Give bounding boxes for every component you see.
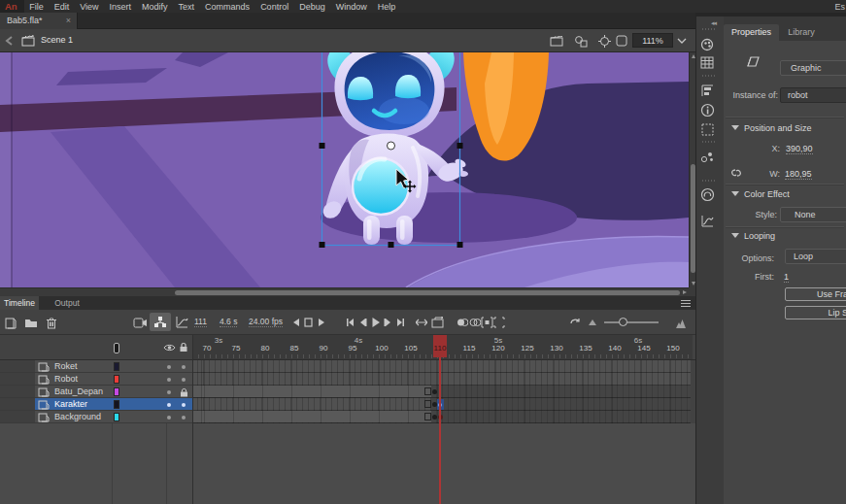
tab-output[interactable]: Output bbox=[49, 296, 85, 310]
loop-range-icon[interactable] bbox=[304, 318, 313, 327]
link-dimensions-icon[interactable] bbox=[729, 166, 744, 180]
transform-icon[interactable] bbox=[700, 122, 715, 137]
lip-sync-button[interactable]: Lip S bbox=[785, 306, 846, 319]
outline-color-header-icon[interactable] bbox=[114, 343, 119, 353]
layer-visible-dot[interactable] bbox=[167, 403, 171, 407]
color-palette-icon[interactable] bbox=[700, 37, 715, 51]
layer-outline-swatch[interactable] bbox=[114, 387, 119, 396]
camera-icon[interactable] bbox=[133, 318, 148, 328]
collapse-dock-icon[interactable]: ◂◂ bbox=[711, 19, 716, 27]
layer-row-robot[interactable]: Robot bbox=[0, 373, 192, 386]
workspace-switcher[interactable]: Es bbox=[834, 2, 845, 12]
menu-debug[interactable]: Debug bbox=[294, 2, 331, 12]
panel-menu-icon[interactable] bbox=[681, 300, 691, 307]
elapsed-time-value[interactable]: 4.6 s bbox=[220, 317, 237, 327]
loop-frames-icon[interactable] bbox=[431, 317, 444, 328]
layer-row-roket[interactable]: Roket bbox=[0, 360, 192, 373]
frame-rate-value[interactable]: 24.00 fps bbox=[249, 317, 283, 327]
menu-help[interactable]: Help bbox=[372, 2, 401, 12]
step-forward-icon[interactable] bbox=[318, 318, 325, 327]
tab-properties[interactable]: Properties bbox=[724, 24, 779, 41]
w-value[interactable]: 180,95 bbox=[785, 169, 812, 180]
lock-header-icon[interactable] bbox=[179, 342, 188, 353]
layer-row-background[interactable]: Background bbox=[0, 411, 192, 423]
zoom-chevron-icon[interactable] bbox=[677, 38, 687, 44]
stage-canvas[interactable] bbox=[0, 52, 689, 287]
close-tab-icon[interactable]: × bbox=[66, 13, 71, 28]
edit-scene-icon[interactable] bbox=[550, 35, 564, 47]
layer-visible-dot[interactable] bbox=[167, 365, 171, 369]
symbol-type-dropdown[interactable]: Graphic bbox=[780, 60, 846, 76]
menu-control[interactable]: Control bbox=[255, 2, 294, 12]
stage-vertical-scrollbar[interactable] bbox=[689, 52, 695, 287]
use-frame-picker-button[interactable]: Use Fra bbox=[785, 287, 846, 301]
back-arrow-icon[interactable] bbox=[4, 36, 15, 46]
layer-lock-icon[interactable] bbox=[180, 387, 188, 397]
menu-commands[interactable]: Commands bbox=[200, 2, 255, 12]
new-layer-icon[interactable] bbox=[4, 317, 17, 329]
layer-outline-swatch[interactable] bbox=[114, 413, 119, 421]
modify-markers-icon[interactable] bbox=[493, 317, 505, 328]
snap-dots-icon[interactable] bbox=[700, 149, 715, 164]
go-last-icon[interactable] bbox=[396, 318, 405, 327]
timeline-ruler[interactable]: 3s4s5s6s 7075808590951001051101151201251… bbox=[0, 335, 695, 360]
eye-header-icon[interactable] bbox=[163, 343, 176, 353]
info-icon[interactable] bbox=[700, 103, 715, 118]
scroll-right-icon[interactable] bbox=[683, 290, 687, 294]
menu-text[interactable]: Text bbox=[173, 2, 200, 12]
clip-content-icon[interactable] bbox=[616, 35, 627, 47]
move-markers-icon[interactable] bbox=[416, 318, 427, 327]
delete-layer-icon[interactable] bbox=[46, 317, 57, 329]
reset-zoom-icon[interactable] bbox=[569, 317, 581, 328]
new-folder-icon[interactable] bbox=[24, 318, 38, 328]
parent-layers-icon[interactable] bbox=[153, 316, 167, 328]
timeline-zoom-knob[interactable] bbox=[619, 318, 627, 326]
menu-edit[interactable]: Edit bbox=[49, 2, 75, 12]
first-value[interactable]: 1 bbox=[784, 272, 789, 283]
menu-insert[interactable]: Insert bbox=[104, 2, 137, 12]
tab-timeline[interactable]: Timeline bbox=[0, 296, 39, 310]
creative-cloud-icon[interactable] bbox=[700, 187, 715, 202]
scroll-up-icon[interactable] bbox=[692, 54, 695, 58]
keyframe-dot[interactable] bbox=[432, 415, 437, 420]
section-looping[interactable]: Looping bbox=[744, 231, 775, 241]
layer-lock-dot[interactable] bbox=[182, 416, 186, 420]
zoom-level[interactable]: 111% bbox=[632, 33, 673, 48]
layer-row-batu_depan[interactable]: Batu_Depan bbox=[0, 386, 192, 398]
edit-symbols-icon[interactable] bbox=[574, 35, 589, 48]
zoom-in-tl-icon[interactable] bbox=[672, 317, 687, 328]
hscroll-thumb[interactable] bbox=[175, 290, 680, 295]
instance-name-input[interactable]: robot bbox=[780, 87, 846, 103]
style-dropdown[interactable]: None bbox=[780, 207, 846, 222]
onion-skin-icon[interactable] bbox=[457, 318, 468, 327]
stage-horizontal-scrollbar[interactable] bbox=[0, 287, 689, 296]
graph-editor-icon[interactable] bbox=[175, 316, 188, 328]
scene-breadcrumb[interactable]: Scene 1 bbox=[41, 35, 73, 45]
layer-lock-dot[interactable] bbox=[182, 365, 186, 369]
motion-graph-icon[interactable] bbox=[700, 214, 715, 228]
go-first-icon[interactable] bbox=[346, 318, 355, 327]
collapse-triangle-icon[interactable] bbox=[731, 125, 739, 130]
loop-options-dropdown[interactable]: Loop bbox=[785, 249, 846, 264]
collapse-triangle-icon[interactable] bbox=[731, 191, 739, 196]
step-prev-icon[interactable] bbox=[358, 318, 367, 327]
keyframe-dot[interactable] bbox=[432, 389, 437, 394]
menu-modify[interactable]: Modify bbox=[137, 2, 174, 12]
tab-library[interactable]: Library bbox=[782, 24, 821, 41]
step-next-icon[interactable] bbox=[384, 318, 392, 327]
playhead-line[interactable] bbox=[439, 357, 441, 504]
document-tab[interactable]: Bab5.fla* × bbox=[0, 13, 78, 29]
section-position-size[interactable]: Position and Size bbox=[744, 123, 812, 133]
edit-multiple-frames-icon[interactable] bbox=[481, 317, 493, 328]
layer-visible-dot[interactable] bbox=[167, 390, 171, 394]
layer-outline-swatch[interactable] bbox=[114, 362, 119, 371]
center-frame-icon[interactable] bbox=[598, 35, 611, 48]
zoom-out-tl-icon[interactable] bbox=[589, 319, 596, 325]
current-frame-value[interactable]: 111 bbox=[194, 317, 207, 327]
step-back-icon[interactable] bbox=[292, 318, 300, 327]
layer-lock-dot[interactable] bbox=[182, 403, 186, 407]
layer-visible-dot[interactable] bbox=[167, 416, 171, 420]
menu-file[interactable]: File bbox=[24, 2, 50, 12]
layer-visible-dot[interactable] bbox=[167, 378, 171, 382]
app-logo[interactable]: An bbox=[0, 0, 24, 13]
